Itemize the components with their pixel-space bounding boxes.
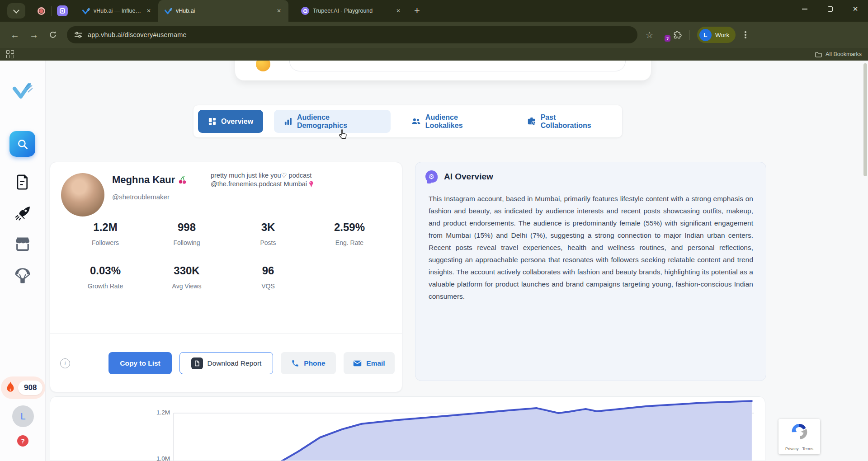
extension-icon-badged[interactable]: 7 (659, 30, 668, 39)
sidebar-item-drops[interactable] (13, 268, 32, 285)
tab-audience-lookalikes[interactable]: Audience Lookalikes (401, 110, 506, 133)
info-icon[interactable]: i (60, 358, 70, 368)
apps-grid-icon[interactable] (6, 50, 14, 59)
window-controls: ✕ (792, 0, 868, 18)
close-icon[interactable]: ✕ (275, 7, 283, 15)
vhub-app: 908 L ? Overview Audience Demographics A… (0, 61, 868, 461)
parachute-box-icon (14, 268, 31, 285)
follower-growth-chart (50, 397, 765, 461)
help-button[interactable]: ? (17, 435, 28, 447)
address-bar[interactable]: app.vhub.ai/discovery#username (67, 26, 637, 43)
follower-growth-chart-card: 1.2M 1.0M (50, 396, 765, 461)
new-tab-button[interactable]: + (414, 5, 420, 17)
toolbar-right: ☆ 7 L Work (646, 27, 750, 43)
bar-chart-icon (284, 117, 292, 126)
browser-toolbar: ← → app.vhub.ai/discovery#username ☆ 7 L… (0, 22, 868, 48)
back-button[interactable]: ← (6, 26, 24, 43)
scrollbar-thumb[interactable] (863, 63, 867, 176)
bookmark-star-icon[interactable]: ☆ (646, 30, 653, 40)
tab-vhub-influencer[interactable]: vHub.ai — Influencer Intelligenc ✕ (76, 0, 158, 22)
tab-past-collaborations[interactable]: Past Collaborations (517, 110, 618, 133)
pdf-icon (191, 358, 203, 369)
influencer-name: Meghna Kaur (112, 174, 187, 186)
tab-label: Audience Demographics (297, 113, 381, 130)
stat-eng-rate: 2.59%Eng. Rate (309, 221, 390, 246)
stat-growth-rate: 0.03%Growth Rate (65, 264, 146, 290)
tab-label: Overview (221, 118, 253, 126)
user-avatar[interactable]: L (12, 405, 34, 427)
tab-search-button[interactable] (7, 3, 25, 19)
streak-widget[interactable]: 908 (1, 376, 45, 399)
record-icon (38, 7, 45, 15)
stat-avg-views: 330KAvg Views (146, 264, 227, 290)
storefront-icon (14, 236, 31, 251)
influencer-name-text: Meghna Kaur (112, 174, 175, 186)
tab-trupeer[interactable]: Trupeer.AI - Playground ✕ (295, 0, 408, 22)
pinned-tab-purple[interactable] (55, 5, 70, 16)
minimize-button[interactable] (792, 0, 817, 18)
section-tabs: Overview Audience Demographics Audience … (193, 105, 622, 137)
influencer-bio: pretty much just like you♡ podcast @the.… (211, 171, 346, 188)
y-axis-tick: 1.0M (127, 455, 170, 461)
reload-icon (49, 31, 57, 39)
tab-label: Audience Lookalikes (425, 113, 496, 130)
site-settings-icon (74, 31, 82, 38)
all-bookmarks-button[interactable]: All Bookmarks (815, 51, 862, 57)
cherries-emoji (178, 176, 187, 184)
mouse-cursor-icon (338, 129, 348, 141)
close-icon[interactable]: ✕ (394, 7, 402, 15)
sidebar-item-campaigns[interactable] (13, 206, 32, 222)
all-bookmarks-label: All Bookmarks (826, 51, 862, 57)
people-icon (411, 118, 421, 125)
stat-followers: 1.2MFollowers (65, 221, 146, 246)
menu-dots-icon[interactable] (741, 31, 750, 38)
sidebar-item-discovery[interactable] (9, 131, 35, 157)
maximize-button[interactable] (817, 0, 843, 18)
tab-strip: vHub.ai — Influencer Intelligenc ✕ vHub.… (0, 0, 868, 22)
close-icon[interactable]: ✕ (145, 7, 153, 15)
browser-chrome: vHub.ai — Influencer Intelligenc ✕ vHub.… (0, 0, 868, 61)
tab-title: vHub.ai (176, 8, 271, 14)
bio-line2: @the.frenemies.podcast Mumbai (211, 180, 346, 188)
extension-badge: 7 (665, 35, 670, 42)
profile-actions: i Copy to List Download Report Phone Ema… (50, 334, 402, 393)
fire-icon (5, 381, 16, 395)
recaptcha-badge[interactable]: Privacy - Terms (778, 419, 820, 454)
influencer-avatar[interactable] (61, 173, 104, 216)
url-text: app.vhub.ai/discovery#username (88, 31, 187, 38)
recaptcha-privacy-terms[interactable]: Privacy - Terms (778, 447, 820, 451)
profile-avatar: L (699, 29, 712, 41)
bio-line1: pretty much just like you♡ podcast (211, 171, 346, 180)
forward-button[interactable]: → (25, 26, 42, 43)
chevron-down-icon (13, 7, 19, 14)
extensions-puzzle-icon[interactable] (673, 30, 682, 39)
download-report-button[interactable]: Download Report (179, 352, 273, 374)
streak-count: 908 (18, 381, 42, 395)
close-window-button[interactable]: ✕ (843, 0, 868, 18)
pin-emoji (308, 181, 314, 188)
ai-overview-title: AI Overview (444, 172, 493, 182)
tab-title: vHub.ai — Influencer Intelligenc (94, 8, 141, 14)
copy-to-list-button[interactable]: Copy to List (108, 352, 172, 374)
sidebar-item-marketplace[interactable] (13, 236, 32, 251)
pinned-tab-recording[interactable] (33, 7, 49, 15)
tab-audience-demographics[interactable]: Audience Demographics (274, 110, 391, 133)
search-icon (17, 138, 28, 150)
ai-overview-header: ⚙ AI Overview (425, 170, 493, 183)
tab-overview[interactable]: Overview (198, 110, 263, 133)
profile-chip[interactable]: L Work (697, 27, 736, 43)
profile-name: Work (715, 32, 729, 38)
stat-following: 998Following (146, 221, 227, 246)
phone-button[interactable]: Phone (281, 352, 336, 374)
tab-vhub-active[interactable]: vHub.ai ✕ (158, 0, 288, 22)
bio-line2-text: @the.frenemies.podcast Mumbai (211, 180, 307, 188)
tab-separator (52, 6, 52, 16)
vhub-favicon (165, 8, 172, 14)
toolbar-separator (689, 30, 690, 40)
stat-posts: 3KPosts (227, 221, 309, 246)
sidebar-item-lists[interactable] (13, 174, 32, 190)
email-button[interactable]: Email (344, 352, 395, 374)
tab-label: Past Collaborations (541, 113, 608, 130)
reload-button[interactable] (44, 26, 61, 43)
ai-brain-icon: ⚙ (425, 170, 438, 183)
